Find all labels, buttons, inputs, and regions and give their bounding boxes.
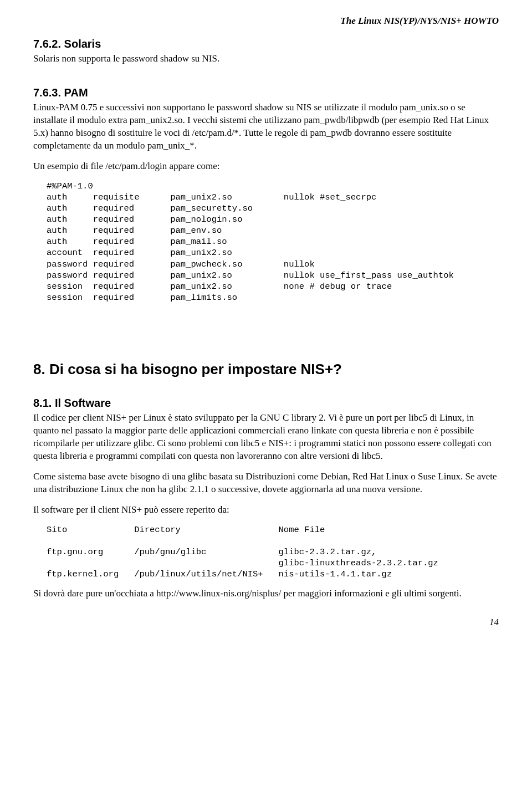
page-number: 14	[33, 617, 499, 628]
paragraph-software-4: Si dovrà dare pure un'occhiata a http://…	[33, 587, 499, 600]
heading-7-6-2: 7.6.2. Solaris	[33, 38, 499, 50]
heading-7-6-3: 7.6.3. PAM	[33, 86, 499, 99]
page-container: The Linux NIS(YP)/NYS/NIS+ HOWTO 7.6.2. …	[0, 0, 532, 650]
paragraph-pam-1: Linux-PAM 0.75 e successivi non supporta…	[33, 101, 499, 152]
code-block-sites: Sito Directory Nome File ftp.gnu.org /pu…	[47, 524, 499, 580]
paragraph-software-2: Come sistema base avete bisogno di una g…	[33, 471, 499, 496]
paragraph-software-1: Il codice per client NIS+ per Linux è st…	[33, 412, 499, 463]
paragraph-software-3: Il software per il client NIS+ può esser…	[33, 504, 499, 517]
heading-8: 8. Di cosa si ha bisogno per impostare N…	[33, 361, 499, 378]
paragraph-pam-2: Un esempio di file /etc/pam.d/login appa…	[33, 160, 499, 173]
running-header: The Linux NIS(YP)/NYS/NIS+ HOWTO	[33, 16, 499, 27]
heading-8-1: 8.1. Il Software	[33, 397, 499, 410]
code-block-pam: #%PAM-1.0 auth requisite pam_unix2.so nu…	[47, 181, 499, 304]
paragraph-solaris: Solaris non supporta le password shadow …	[33, 53, 499, 65]
